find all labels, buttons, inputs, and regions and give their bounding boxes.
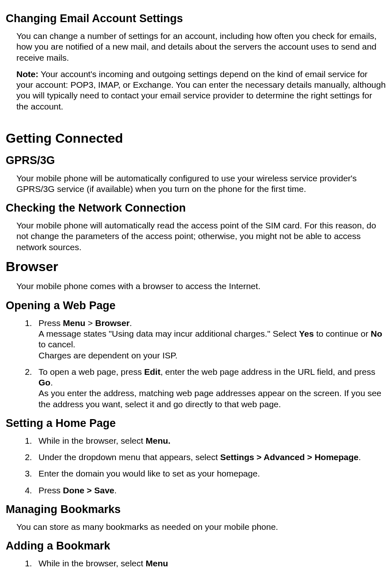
text: . [358,452,361,462]
list-item: While in the browser, select Menu. [34,436,386,446]
text: Press [39,318,63,328]
heading-browser: Browser [6,258,386,276]
ordered-list: Press Menu > Browser.A message states "U… [34,318,386,410]
heading-opening-web-page: Opening a Web Page [6,299,386,313]
note-label: Note: [16,69,39,79]
bold-text: Menu [145,559,168,568]
paragraph: Your mobile phone will be automatically … [16,173,386,195]
text: As you enter the address, matching web p… [39,388,381,408]
heading-changing-email: Changing Email Account Settings [6,11,386,26]
text: to cancel. [39,340,75,349]
bold-text: Menu [63,318,86,328]
text: to continue or [314,329,371,338]
list-item: Press Done > Save. [34,485,386,496]
paragraph: You can change a number of settings for … [16,31,386,63]
note-body: Your account's incoming and outgoing set… [16,69,386,111]
text: While in the browser, select [39,436,145,445]
paragraph: Your mobile phone will automatically rea… [16,220,386,253]
heading-getting-connected: Getting Connected [6,130,386,147]
list-item: Press Menu > Browser.A message states "U… [34,318,386,361]
list-item: Under the dropdown menu that appears, se… [34,452,386,463]
heading-checking-network: Checking the Network Connection [6,201,386,215]
heading-managing-bookmarks: Managing Bookmarks [6,502,386,517]
list-item: To open a web page, press Edit, enter th… [34,367,386,410]
ordered-list: While in the browser, select Menu [34,558,386,569]
heading-setting-home-page: Setting a Home Page [6,416,386,431]
bold-text: Browser [95,318,129,328]
text: . [114,486,117,495]
bold-text: Settings > Advanced > Homepage [220,452,359,462]
text: A message states "Using data may incur a… [39,329,299,338]
heading-adding-bookmark: Adding a Bookmark [6,539,386,553]
paragraph: You can store as many bookmarks as neede… [16,522,386,532]
text: Press [39,486,63,495]
paragraph: Your mobile phone comes with a browser t… [16,281,386,292]
text: Charges are dependent on your ISP. [39,351,177,360]
text: To open a web page, press [39,367,144,376]
bold-text: No [371,329,382,338]
text: Under the dropdown menu that appears, se… [39,452,220,462]
list-item: While in the browser, select Menu [34,558,386,569]
text: . [50,378,53,387]
bold-text: Yes [299,329,314,338]
text: . [129,318,132,328]
ordered-list: While in the browser, select Menu. Under… [34,436,386,496]
text: , enter the web page address in the URL … [161,367,376,376]
bold-text: Done > Save [63,486,114,495]
bold-text: Go [39,378,50,387]
text: > [85,318,95,328]
bold-text: Edit [144,367,161,376]
bold-text: Menu. [145,436,170,445]
text: While in the browser, select [39,559,145,568]
list-item: Enter the domain you would like to set a… [34,468,386,479]
note-paragraph: Note: Your account's incoming and outgoi… [16,69,386,112]
heading-gprs-3g: GPRS/3G [6,153,386,168]
